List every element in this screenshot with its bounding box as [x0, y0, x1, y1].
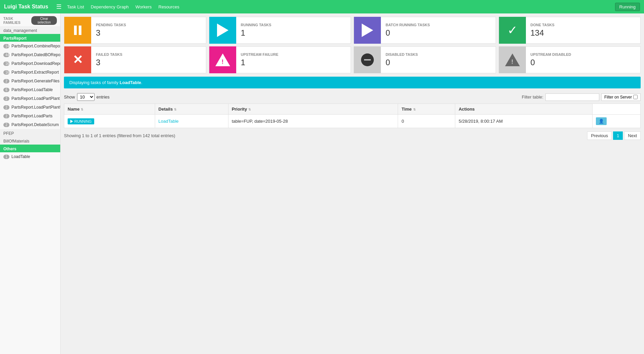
status-card-failed[interactable]: ✕FAILED TASKS3 — [64, 46, 206, 73]
col-actions: Actions — [455, 104, 593, 115]
sidebar-item-partsreport-loadparts[interactable]: 2PartsReport.LoadParts — [0, 112, 60, 120]
sidebar-item-partsreport-debatescrum[interactable]: 2PartsReport.DebateScrum — [0, 120, 60, 129]
sidebar: TASK FAMILIES Clear selection data_manag… — [0, 13, 61, 354]
sidebar-item-partsreport-loadpartplantuse[interactable]: 2PartsReport.LoadPartPlantUse — [0, 103, 60, 112]
hamburger-icon[interactable]: ☰ — [56, 3, 62, 10]
entries-label: entries — [97, 94, 110, 100]
status-card-running[interactable]: RUNNING TASKS1 — [209, 17, 351, 44]
filter-server-button[interactable]: Filter on Server — [601, 93, 641, 101]
sidebar-items-container: data_managementPartsReport14PartsReport.… — [0, 26, 60, 161]
sidebar-item-partsreport-loadtable[interactable]: 6PartsReport.LoadTable — [0, 85, 60, 94]
filter-input[interactable] — [545, 93, 599, 101]
status-card-upstream-failure[interactable]: !UPSTREAM FAILURE1 — [209, 46, 351, 73]
row-status: RUNNING — [64, 115, 155, 128]
row-priority: 0 — [398, 115, 455, 128]
failed-icon: ✕ — [64, 46, 91, 73]
sidebar-item-partsreport-generatefiles[interactable]: 2PartsReport.GenerateFiles — [0, 77, 60, 85]
batch-running-info: BATCH RUNNING TASKS0 — [381, 19, 496, 41]
upstream-failure-info: UPSTREAM FAILURE1 — [236, 49, 351, 71]
info-banner-family: LoadTable — [120, 80, 141, 85]
nav-links: Task List Dependency Graph Workers Resou… — [67, 4, 609, 9]
col-details[interactable]: Details⇅ — [155, 104, 228, 115]
pending-icon — [64, 17, 91, 44]
running-info: RUNNING TASKS1 — [236, 19, 351, 41]
action-button[interactable]: 👤 — [596, 117, 607, 125]
running-title: RUNNING TASKS — [241, 23, 346, 27]
nav-resources[interactable]: Resources — [158, 4, 179, 9]
main-layout: TASK FAMILIES Clear selection data_manag… — [0, 13, 644, 354]
sidebar-item-label: PartsReport.GenerateFiles — [11, 79, 60, 83]
show-entries-select[interactable]: 102550100 — [77, 93, 95, 101]
show-label: Show — [64, 94, 75, 100]
pagination-info: Showing 1 to 1 of 1 entries (filtered fr… — [64, 133, 175, 138]
sidebar-item-partsreport-downloadreport[interactable]: 16PartsReport.DownloadReport — [0, 59, 60, 68]
pending-count: 3 — [96, 28, 201, 38]
status-card-batch-running[interactable]: BATCH RUNNING TASKS0 — [354, 17, 496, 44]
filter-server-checkbox[interactable] — [633, 95, 638, 99]
sidebar-badge: 16 — [3, 70, 9, 75]
sidebar-item-label: LoadTable — [11, 154, 30, 159]
sort-arrows-icon: ⇅ — [413, 108, 416, 111]
failed-info: FAILED TASKS3 — [91, 49, 206, 71]
sidebar-item-label: PartsReport.DebateScrum — [11, 122, 59, 127]
done-info: DONE TASKS134 — [526, 19, 641, 41]
sidebar-group-billofmaterials: BillOfMaterials — [0, 137, 60, 145]
sidebar-item-label: PartsReport.LoadPartPlantUse — [11, 105, 61, 110]
status-card-disabled[interactable]: DISABLED TASKS0 — [354, 46, 496, 73]
table-controls: Show 102550100 entries Filter table: Fil… — [64, 93, 641, 101]
sidebar-item-partsreport-extractreport[interactable]: 16PartsReport.ExtractReport — [0, 68, 60, 77]
pagination-previous[interactable]: Previous — [587, 131, 612, 140]
topnav: Luigi Task Status ☰ Task List Dependency… — [0, 0, 644, 13]
status-card-pending[interactable]: PENDING TASKS3 — [64, 17, 206, 44]
sort-arrows-icon: ⇅ — [248, 108, 251, 111]
sidebar-item-partsreport-combinereports[interactable]: 14PartsReport.CombineReports — [0, 42, 60, 50]
done-icon: ✓ — [499, 17, 526, 44]
status-grid: PENDING TASKS3RUNNING TASKS1BATCH RUNNIN… — [64, 17, 641, 73]
sidebar-item-label: PartsReport.LoadParts — [11, 114, 52, 118]
running-button[interactable]: Running — [615, 3, 640, 11]
failed-title: FAILED TASKS — [96, 52, 201, 56]
sidebar-badge: 2 — [3, 105, 9, 110]
filter-server-label: Filter on Server — [604, 95, 632, 100]
pagination-current[interactable]: 1 — [613, 131, 623, 140]
running-status-badge[interactable]: RUNNING — [68, 118, 94, 124]
nav-task-list[interactable]: Task List — [67, 4, 84, 9]
status-label: RUNNING — [74, 119, 92, 123]
batch-running-title: BATCH RUNNING TASKS — [386, 23, 491, 27]
table-row: RUNNINGLoadTabletable=FUP, date=2019-05-… — [64, 115, 641, 128]
sidebar-badge: 1 — [3, 155, 9, 159]
status-card-done[interactable]: ✓DONE TASKS134 — [499, 17, 641, 44]
pending-title: PENDING TASKS — [96, 23, 201, 27]
col-name[interactable]: Name⇅ — [64, 104, 155, 115]
row-time: 5/28/2019, 8:00:17 AM — [455, 115, 593, 128]
col-priority[interactable]: Priority⇅ — [228, 104, 398, 115]
pagination-next[interactable]: Next — [624, 131, 641, 140]
status-card-upstream-disabled[interactable]: !UPSTREAM DISABLED0 — [499, 46, 641, 73]
upstream-failure-count: 1 — [241, 58, 346, 67]
sidebar-item-partsreport-loadpartplant[interactable]: 2PartsReport.LoadPartPlant — [0, 94, 60, 103]
info-banner: Displaying tasks of family LoadTable. — [64, 77, 641, 88]
clear-selection-button[interactable]: Clear selection — [31, 16, 57, 25]
upstream-disabled-title: UPSTREAM DISABLED — [531, 52, 636, 56]
col-time[interactable]: Time⇅ — [398, 104, 455, 115]
main-content: PENDING TASKS3RUNNING TASKS1BATCH RUNNIN… — [61, 13, 644, 354]
table-header: Name⇅Details⇅Priority⇅Time⇅Actions — [64, 104, 641, 115]
pagination-area: Showing 1 to 1 of 1 entries (filtered fr… — [64, 131, 641, 140]
nav-dependency-graph[interactable]: Dependency Graph — [91, 4, 129, 9]
sidebar-item-label: PartsReport.DownloadReport — [11, 61, 61, 66]
sidebar-badge: 44 — [3, 53, 9, 57]
sidebar-header: TASK FAMILIES Clear selection — [0, 13, 60, 26]
sidebar-item-loadtable[interactable]: 1LoadTable — [0, 152, 60, 161]
sort-arrows-icon: ⇅ — [81, 108, 83, 111]
sidebar-group-active-partsreport[interactable]: PartsReport — [0, 34, 60, 42]
sort-arrows-icon: ⇅ — [174, 108, 177, 111]
sidebar-group-active-others[interactable]: Others — [0, 145, 60, 152]
sidebar-item-partsreport-datedboreport[interactable]: 44PartsReport.DatedBOReport — [0, 50, 60, 59]
running-count: 1 — [241, 28, 346, 38]
task-name-link[interactable]: LoadTable — [158, 119, 179, 124]
sidebar-item-label: PartsReport.DatedBOReport — [11, 52, 61, 57]
nav-workers[interactable]: Workers — [136, 4, 152, 9]
upstream-disabled-icon: ! — [499, 46, 526, 73]
sidebar-badge: 14 — [3, 44, 9, 48]
sidebar-item-label: PartsReport.CombineReports — [11, 44, 61, 48]
